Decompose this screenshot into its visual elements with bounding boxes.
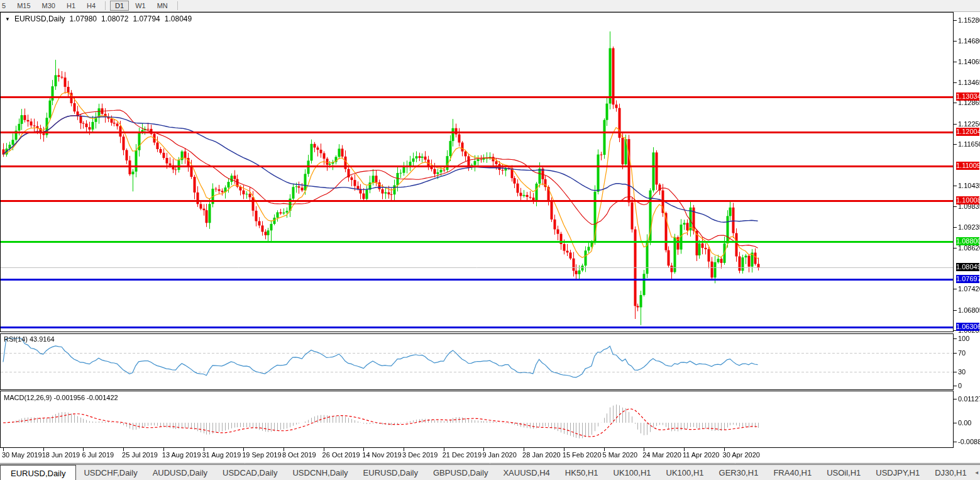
timeframe-toolbar: 5M15M30H1H4D1W1MN [0,0,980,12]
timeframe-button-d1[interactable]: D1 [110,1,129,11]
timeframe-button-w1[interactable]: W1 [130,1,151,11]
tab-scroll-arrows: ◄► [974,465,980,480]
timeframe-button-h4[interactable]: H4 [82,1,101,11]
date-axis-label: 6 Jul 2019 [82,451,114,459]
macd-indicator-label: MACD(12,26,9) -0.001956 -0.001422 [4,394,118,401]
macd-axis-tick: 0.011277 [958,395,980,403]
level-price-flag: 1.08800 [956,237,979,245]
price-axis-tick: 1.13465 [958,79,980,86]
rsi-indicator-label: RSI(14) 43.9164 [4,335,55,343]
timeframe-button-5[interactable]: 5 [0,1,11,11]
date-axis-label: 5 Mar 2020 [603,451,638,459]
price-chart-canvas[interactable] [0,0,980,480]
chart-title-overlay: ▼EURUSD,Daily1.079801.080721.077941.0804… [5,14,192,23]
date-axis-label: 30 Apr 2020 [723,451,760,459]
symbol-tabbar: EURUSD,DailyUSDCHF,DailyAUDUSD,DailyUSDC… [0,464,980,480]
date-axis-label: 3 Dec 2019 [402,451,438,459]
mt4-window: 5M15M30H1H4D1W1MN ▼EURUSD,Daily1.079801.… [0,0,980,480]
timeframe-button-m30[interactable]: M30 [37,1,60,11]
level-price-flag: 1.11009 [956,162,979,170]
date-axis-label: 14 Nov 2019 [362,451,401,459]
date-axis-label: 11 Apr 2020 [683,451,720,459]
date-axis-label: 8 Oct 2019 [282,451,316,459]
date-axis-label: 25 Jul 2019 [122,451,158,459]
tab-symbol[interactable]: EURUSD,Daily [356,465,426,480]
date-axis-label: 21 Dec 2019 [443,451,482,459]
level-price-flag: 1.13034 [956,92,979,101]
current-price-flag: 1.08049 [956,263,979,271]
ohlc-close: 1.08049 [165,14,192,23]
rsi-axis-tick: 100 [958,335,969,342]
level-price-flag: 1.10008 [956,196,979,204]
timeframe-button-mn[interactable]: MN [152,1,173,11]
tab-symbol[interactable]: USOil,H1 [819,465,868,480]
tab-symbol[interactable]: GBPUSD,Daily [426,465,495,480]
date-axis-label: 24 Mar 2020 [642,451,681,459]
macd-axis-tick: -0.00884 [958,438,980,445]
chart-symbol-title: EURUSD,Daily [14,14,65,23]
tab-symbol[interactable]: FRA40,H1 [766,465,819,480]
tab-symbol[interactable]: AUDUSD,Daily [145,465,215,480]
rsi-axis-tick: 30 [958,368,966,376]
date-axis-label: 18 Jun 2019 [42,451,80,459]
date-axis-label: 13 Aug 2019 [162,451,201,459]
level-price-flag: 1.12004 [956,128,979,136]
tab-symbol[interactable]: USDCHF,Daily [76,465,145,480]
tab-scroll-left-icon[interactable]: ◄ [974,470,979,476]
date-axis-label: 9 Jan 2020 [482,451,516,459]
date-axis-label: 26 Oct 2019 [322,451,360,459]
toolbar-separator [177,1,178,10]
tab-symbol[interactable]: HK50,H1 [558,465,606,480]
toolbar-separator [105,1,106,10]
price-axis-tick: 1.11650 [958,140,980,148]
ohlc-open: 1.07980 [70,14,97,23]
ohlc-high: 1.08072 [101,14,128,23]
tab-symbol[interactable]: USDCNH,Daily [285,465,355,480]
tab-symbol[interactable]: UK100,H1 [659,465,712,480]
price-axis-tick: 1.12250 [958,120,980,128]
chart-menu-arrow-icon[interactable]: ▼ [5,16,10,22]
date-axis-label: 31 Aug 2019 [202,451,241,459]
price-axis-tick: 1.10435 [958,182,980,189]
tab-active-symbol[interactable]: EURUSD,Daily [0,465,76,480]
date-axis-label: 19 Sep 2019 [242,451,281,459]
price-axis-tick: 1.07420 [958,285,980,293]
price-axis-tick: 1.14065 [958,58,980,65]
price-axis-tick: 1.06805 [958,306,980,314]
date-axis-label: 15 Feb 2020 [563,451,602,459]
tab-symbol[interactable]: XAUUSD,H4 [495,465,557,480]
macd-axis-tick: 0.00 [958,419,971,427]
date-axis-label: 30 May 2019 [2,451,42,459]
price-axis-tick: 1.14680 [958,37,980,45]
tab-symbol[interactable]: USDCAD,Daily [215,465,285,480]
timeframe-button-m15[interactable]: M15 [12,1,35,11]
tab-symbol[interactable]: UK100,H1 [606,465,659,480]
level-price-flag: 1.06306 [956,323,979,331]
rsi-axis-tick: 70 [958,349,966,357]
date-axis-label: 28 Jan 2020 [522,451,561,459]
price-axis-tick: 1.09235 [958,223,980,231]
timeframe-button-h1[interactable]: H1 [62,1,80,11]
level-price-flag: 1.07697 [956,275,979,283]
tab-symbol[interactable]: GER30,H1 [712,465,766,480]
ohlc-low: 1.07794 [133,14,160,23]
rsi-axis-tick: 0 [958,382,962,389]
price-axis-tick: 1.15280 [958,16,980,24]
tab-symbol[interactable]: USDJPY,H1 [868,465,927,480]
tab-symbol[interactable]: DJ30,H1 [927,465,974,480]
